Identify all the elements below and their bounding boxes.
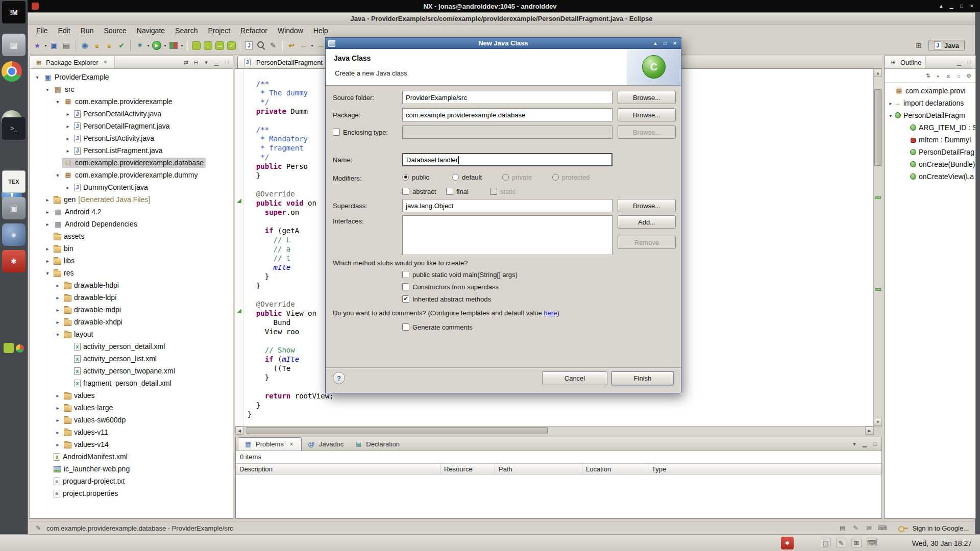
dialog-titlebar[interactable]: New Java Class — [326, 38, 681, 49]
maximize-view-icon[interactable] — [965, 58, 974, 67]
help-button[interactable]: ? — [333, 372, 345, 384]
browse-package-button[interactable]: Browse... — [618, 108, 676, 121]
expander-icon[interactable]: ▸ — [54, 442, 62, 447]
superclass-input[interactable]: java.lang.Object — [402, 199, 612, 212]
tree-item[interactable]: activity_person_list.xml — [30, 353, 233, 365]
expander-icon[interactable]: ▸ — [64, 185, 72, 190]
new-wizard-icon[interactable] — [31, 39, 43, 52]
blue-app-icon[interactable] — [2, 223, 26, 246]
tree-item[interactable]: ▸ values-sw600dp — [30, 414, 233, 426]
modifier-radio[interactable]: protected — [552, 172, 602, 182]
column-header[interactable]: Location — [582, 464, 648, 474]
name-input[interactable]: DatabaseHandler — [402, 153, 612, 166]
open-perspective-icon[interactable] — [913, 40, 924, 51]
hide-non-public-members-icon[interactable] — [954, 71, 963, 81]
hide-static-members-icon[interactable] — [944, 71, 953, 81]
expander-icon[interactable]: ▸ — [54, 430, 62, 435]
browse-source-folder-button[interactable]: Browse... — [618, 91, 676, 104]
tree-item[interactable]: ▸ Android 4.2 — [30, 206, 233, 218]
dropdown-caret-icon[interactable] — [146, 43, 151, 48]
tree-item[interactable]: ▸ bin — [30, 242, 233, 255]
expander-icon[interactable]: ▸ — [43, 258, 52, 264]
override-marker-icon[interactable] — [237, 198, 241, 203]
add-interface-button[interactable]: Add... — [618, 215, 676, 229]
tree-item[interactable]: ▸ values-v14 — [30, 438, 233, 450]
tab-package-explorer[interactable]: Package Explorer — [30, 56, 115, 68]
tree-item[interactable]: fragment_person_detail.xml — [30, 377, 233, 389]
open-type-icon[interactable] — [246, 41, 253, 49]
tree-item[interactable]: ▾ ProviderExample — [30, 71, 233, 83]
expander-icon[interactable]: ▸ — [43, 221, 52, 227]
expander-icon[interactable]: ▸ — [64, 111, 72, 117]
overview-marker[interactable] — [875, 196, 881, 199]
override-marker-icon[interactable] — [237, 309, 241, 313]
overview-marker[interactable] — [875, 288, 881, 291]
tree-item[interactable]: ▸ PersonDetailFragment.java — [30, 120, 233, 132]
tree-item[interactable]: ▸ values-v11 — [30, 426, 233, 438]
tree-item[interactable]: activity_person_twopane.xml — [30, 365, 233, 377]
file-manager-icon[interactable] — [2, 34, 26, 56]
tree-item[interactable]: AndroidManifest.xml — [30, 450, 233, 463]
menu-item[interactable]: Edit — [53, 26, 76, 36]
coverage-icon[interactable] — [169, 42, 178, 49]
menu-item[interactable]: Source — [99, 26, 131, 36]
tree-item[interactable]: ic_launcher-web.png — [30, 463, 233, 475]
configure-templates-link[interactable]: here — [544, 309, 557, 317]
minimize-view-icon[interactable] — [954, 58, 964, 67]
tree-item[interactable]: ▾ com.example.providerexample — [30, 95, 233, 108]
maximize-view-icon[interactable] — [222, 58, 231, 67]
editor-horizontal-scrollbar[interactable] — [235, 426, 873, 435]
sync-icon[interactable] — [79, 39, 91, 52]
minimize-view-icon[interactable] — [212, 58, 221, 67]
edit-mode-icon[interactable] — [851, 524, 860, 532]
tree-item[interactable]: project.properties — [30, 487, 233, 499]
mail-icon[interactable] — [865, 524, 873, 532]
texmaker-icon[interactable] — [2, 170, 26, 193]
modifier-checkbox[interactable]: final — [446, 187, 490, 196]
tree-item[interactable]: ▸ drawable-xhdpi — [30, 316, 233, 328]
sign-in-google-button[interactable]: Sign in to Google... — [898, 524, 969, 532]
expander-icon[interactable]: ▸ — [54, 307, 62, 313]
expander-icon[interactable]: ▸ — [887, 101, 895, 106]
tree-item[interactable]: ▸ PersonListFragment.java — [30, 144, 233, 157]
finish-button[interactable]: Finish — [611, 371, 674, 385]
horizontal-scroll-thumb[interactable] — [247, 427, 548, 434]
terminal-icon[interactable] — [2, 117, 26, 140]
outline-item[interactable]: mItem : DummyI — [885, 134, 975, 146]
generate-comments-option[interactable]: Generate comments — [402, 322, 473, 332]
menu-item[interactable]: Refactor — [235, 26, 273, 36]
annotation-icon[interactable] — [267, 39, 279, 52]
package-input[interactable]: com.example.providerexample.database — [402, 108, 612, 121]
expander-icon[interactable]: ▸ — [43, 209, 52, 215]
android-chrome-icon[interactable] — [2, 338, 26, 360]
stub-checkbox[interactable]: Inherited abstract methods — [402, 293, 518, 305]
interfaces-list[interactable] — [402, 215, 612, 255]
dialog-maximize-button[interactable] — [661, 39, 669, 47]
tasks-icon[interactable] — [838, 524, 846, 532]
android-lint-icon[interactable] — [227, 41, 236, 50]
menu-item[interactable]: Search — [170, 26, 203, 36]
run-icon[interactable] — [152, 41, 161, 50]
expander-icon[interactable]: ▸ — [54, 295, 62, 300]
menu-item[interactable]: Help — [308, 26, 333, 36]
bottom-view-tab[interactable]: Problems — [238, 437, 302, 450]
tree-item[interactable]: ▸ DummyContent.java — [30, 181, 233, 193]
modifier-radio[interactable]: default — [452, 172, 502, 182]
tree-item[interactable]: ▸ values — [30, 389, 233, 402]
hide-fields-icon[interactable] — [934, 71, 943, 81]
tree-item[interactable]: ▸ Android Dependencies — [30, 218, 233, 230]
new-android-project-icon[interactable] — [192, 41, 201, 50]
android-virtual-device-manager-icon[interactable] — [215, 41, 224, 50]
tree-item[interactable]: ▸ drawable-mdpi — [30, 304, 233, 316]
modifier-checkbox[interactable]: static — [490, 187, 534, 196]
expander-icon[interactable]: ▸ — [54, 405, 62, 411]
chrome-browser-icon[interactable] — [2, 61, 22, 82]
tree-item[interactable]: ▸ PersonDetailActivity.java — [30, 108, 233, 120]
back-icon[interactable] — [298, 39, 310, 52]
tree-item[interactable]: ▸ gen [Generated Java Files] — [30, 193, 233, 206]
dialog-close-button[interactable] — [671, 39, 679, 47]
tree-item[interactable]: ▾ src — [30, 83, 233, 95]
debug-icon[interactable] — [134, 39, 146, 52]
menu-item[interactable]: Project — [203, 26, 235, 36]
expander-icon[interactable]: ▸ — [43, 246, 52, 252]
